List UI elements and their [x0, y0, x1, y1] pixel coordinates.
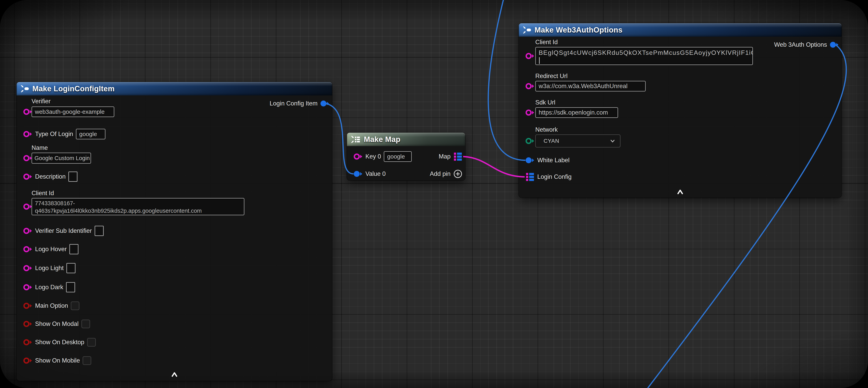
output-row-map: Map — [439, 151, 465, 162]
pin-label-login-config: Login Config — [537, 173, 571, 180]
input-pin-show-on-mobile[interactable] — [23, 357, 32, 364]
client-id-input[interactable]: BEglQSgt4cUWcj6SKRdu5QkOXTsePmMcusG5EAoy… — [535, 47, 753, 65]
input-pin-type-of-login[interactable] — [23, 130, 32, 138]
pin-label-redirect-url: Redirect Url — [535, 72, 568, 80]
make-struct-icon — [21, 85, 29, 93]
make-map-icon — [351, 136, 361, 143]
make-struct-icon — [523, 26, 531, 34]
input-pin-logo-light[interactable] — [23, 264, 32, 272]
row-key-0: Key 0 google — [347, 151, 412, 162]
output-pin-web3auth-options[interactable] — [830, 41, 839, 49]
pin-label-logo-hover: Logo Hover — [35, 246, 67, 253]
output-pin-label: Web 3Auth Options — [774, 41, 827, 48]
wire-map-to-login-config[interactable] — [463, 156, 525, 177]
input-pin-white-label[interactable] — [525, 156, 534, 164]
name-input[interactable]: Google Custom Login — [32, 153, 91, 163]
row-value-0: Value 0 — [347, 169, 386, 179]
input-pin-key-0[interactable] — [353, 153, 363, 160]
node-make-web3auth-options[interactable]: Make Web3AuthOptions Web 3Auth Options C… — [519, 23, 842, 198]
input-pin-redirect-url[interactable] — [525, 82, 534, 90]
output-pin-map[interactable] — [453, 152, 462, 161]
input-pin-description[interactable] — [23, 173, 32, 180]
input-pin-client-id[interactable] — [525, 52, 534, 60]
input-pin-verifier-sub-identifier[interactable] — [23, 227, 32, 235]
pin-label-client-id: Client Id — [535, 39, 558, 46]
input-pin-logo-hover[interactable] — [23, 245, 32, 253]
output-pin-label: Login Config Item — [270, 100, 317, 107]
node-header-make-map[interactable]: Make Map — [347, 133, 465, 146]
chevron-up-icon — [677, 189, 683, 195]
row-verifier-sub-identifier: Verifier Sub Identifier — [17, 226, 104, 236]
text-cursor — [539, 57, 540, 64]
pin-label-type-of-login: Type Of Login — [35, 130, 73, 138]
logo-light-input[interactable] — [66, 263, 75, 273]
collapse-node-button[interactable] — [677, 189, 683, 195]
client-id-line1: 774338308167- — [35, 200, 241, 207]
blueprint-canvas[interactable]: Make LoginConfigItem Login Config Item V… — [0, 0, 868, 388]
pin-label-network: Network — [535, 126, 558, 133]
input-pin-main-option[interactable] — [23, 302, 32, 309]
pin-label-white-label: White Label — [537, 157, 569, 164]
key-0-input[interactable]: google — [384, 151, 412, 162]
type-of-login-input[interactable]: google — [76, 129, 105, 139]
row-logo-light: Logo Light — [17, 263, 75, 273]
logo-dark-input[interactable] — [66, 282, 75, 292]
input-pin-name[interactable] — [23, 154, 32, 162]
add-pin-label: Add pin — [430, 170, 451, 177]
input-pin-verifier[interactable] — [23, 108, 32, 116]
verifier-sub-identifier-input[interactable] — [95, 226, 104, 236]
input-pin-logo-dark[interactable] — [23, 283, 32, 291]
output-pin-login-config-item[interactable] — [320, 100, 329, 107]
node-title: Make LoginConfigItem — [32, 85, 115, 93]
output-row-login-config-item: Login Config Item — [270, 98, 332, 109]
node-title: Make Map — [364, 135, 401, 144]
row-show-on-modal: Show On Modal — [17, 319, 90, 329]
chevron-up-icon — [171, 372, 178, 377]
node-make-map[interactable]: Make Map Key 0 google Map — [347, 133, 465, 180]
client-id-text: BEglQSgt4cUWcj6SKRdu5QkOXTsePmMcusG5EAoy… — [539, 49, 749, 57]
pin-label-name: Name — [32, 144, 48, 151]
pin-label-map: Map — [439, 153, 451, 160]
node-title: Make Web3AuthOptions — [534, 26, 622, 34]
row-login-config: Login Config — [519, 172, 571, 182]
show-on-mobile-checkbox[interactable] — [83, 356, 91, 365]
row-logo-hover: Logo Hover — [17, 244, 79, 255]
node-make-login-config-item[interactable]: Make LoginConfigItem Login Config Item V… — [17, 82, 332, 381]
main-option-checkbox[interactable] — [71, 301, 80, 310]
pin-label-verifier: Verifier — [32, 98, 51, 105]
pin-label-show-on-modal: Show On Modal — [35, 320, 79, 327]
row-white-label: White Label — [519, 155, 569, 166]
row-show-on-mobile: Show On Mobile — [17, 355, 91, 366]
input-pin-network[interactable] — [525, 137, 534, 145]
pin-label-client-id: Client Id — [32, 190, 54, 197]
logo-hover-input[interactable] — [69, 244, 79, 254]
show-on-modal-checkbox[interactable] — [82, 320, 90, 328]
pin-label-verifier-sub-identifier: Verifier Sub Identifier — [35, 227, 92, 234]
collapse-node-button[interactable] — [171, 372, 178, 378]
pin-label-show-on-mobile: Show On Mobile — [35, 357, 80, 364]
sdk-url-input[interactable]: https://sdk.openlogin.com — [535, 107, 618, 118]
node-header-make-web3auth-options[interactable]: Make Web3AuthOptions — [519, 23, 842, 37]
node-header-make-login-config-item[interactable]: Make LoginConfigItem — [17, 82, 332, 95]
description-input[interactable] — [68, 172, 78, 182]
show-on-desktop-checkbox[interactable] — [87, 338, 96, 347]
verifier-input[interactable]: web3auth-google-example — [32, 107, 114, 117]
client-id-input[interactable]: 774338308167- q463s7kpvja16l4l0kko3nb925… — [32, 198, 244, 215]
row-description: Description — [17, 171, 78, 182]
network-dropdown[interactable]: CYAN — [535, 135, 620, 147]
input-pin-show-on-modal[interactable] — [23, 320, 32, 328]
input-pin-login-config[interactable] — [525, 172, 534, 181]
input-pin-show-on-desktop[interactable] — [23, 338, 32, 346]
row-logo-dark: Logo Dark — [17, 282, 75, 293]
pin-label-logo-light: Logo Light — [35, 265, 64, 272]
redirect-url-input[interactable]: w3a://com.w3a.Web3AuthUnreal — [535, 81, 646, 91]
row-main-option: Main Option — [17, 300, 80, 311]
pin-label-logo-dark: Logo Dark — [35, 284, 63, 291]
input-pin-value-0[interactable] — [353, 170, 363, 178]
row-show-on-desktop: Show On Desktop — [17, 337, 96, 348]
pin-label-show-on-desktop: Show On Desktop — [35, 339, 84, 346]
add-pin-button[interactable]: Add pin — [430, 169, 465, 179]
input-pin-sdk-url[interactable] — [525, 109, 534, 116]
input-pin-client-id[interactable] — [23, 203, 32, 210]
output-row-web3auth-options: Web 3Auth Options — [774, 39, 842, 50]
